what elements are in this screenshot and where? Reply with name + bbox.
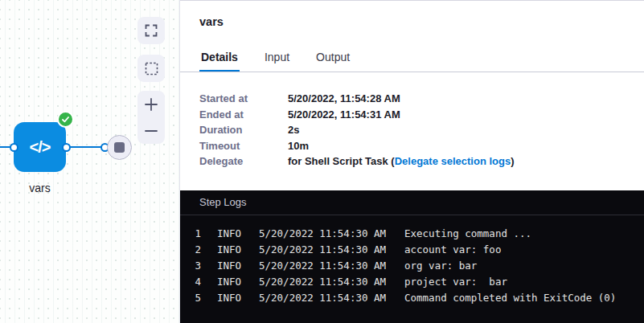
stop-icon (114, 142, 125, 153)
log-level: INFO (217, 258, 259, 274)
log-message: Executing command ... (404, 226, 644, 242)
log-line: 4 INFO 5/20/2022 11:54:30 AM project var… (191, 274, 644, 290)
log-timestamp: 5/20/2022 11:54:30 AM (259, 226, 404, 242)
log-level: INFO (217, 274, 259, 290)
code-icon: </> (30, 138, 51, 157)
log-line: 1 INFO 5/20/2022 11:54:30 AM Executing c… (191, 226, 644, 242)
log-line: 5 INFO 5/20/2022 11:54:30 AM Command com… (191, 290, 644, 306)
execution-screen: </> vars (0, 0, 644, 323)
pipeline-end-node[interactable] (107, 135, 132, 160)
delegate-value-suffix: ) (511, 155, 514, 167)
step-node-vars[interactable]: </> (14, 122, 66, 172)
log-line: 2 INFO 5/20/2022 11:54:30 AM account var… (191, 242, 644, 258)
marquee-select-icon (145, 62, 158, 76)
detail-value: 5/20/2022, 11:54:31 AM (288, 107, 400, 123)
page-title: vars (199, 15, 224, 28)
log-line-number: 4 (191, 274, 201, 290)
log-level: INFO (217, 226, 259, 242)
fullscreen-icon (145, 24, 158, 37)
delegate-value-prefix: for Shell Script Task ( (288, 155, 395, 167)
log-timestamp: 5/20/2022 11:54:30 AM (259, 242, 404, 258)
node-port-right (62, 143, 71, 152)
detail-value: 2s (288, 122, 299, 138)
step-logs-header: Step Logs (180, 190, 644, 215)
log-timestamp: 5/20/2022 11:54:30 AM (259, 274, 404, 290)
log-timestamp: 5/20/2022 11:54:30 AM (259, 258, 404, 274)
zoom-out-icon (144, 124, 158, 138)
zoom-controls (137, 91, 165, 144)
log-message: org var: bar (404, 258, 644, 274)
detail-row-duration: Duration 2s (199, 122, 515, 138)
pipeline-canvas[interactable]: </> vars (0, 0, 180, 323)
marquee-select-button[interactable] (137, 55, 165, 82)
tab-output[interactable]: Output (314, 51, 351, 72)
log-line-number: 3 (191, 258, 201, 274)
log-line: 3 INFO 5/20/2022 11:54:30 AM org var: ba… (191, 258, 644, 274)
detail-label: Duration (199, 122, 288, 138)
detail-value: for Shell Script Task (Delegate selectio… (288, 153, 515, 170)
details-table: Started at 5/20/2022, 11:54:28 AM Ended … (199, 91, 515, 170)
log-line-number: 2 (191, 242, 201, 258)
step-logs-console: Step Logs 1 INFO 5/20/2022 11:54:30 AM E… (180, 190, 644, 323)
delegate-selection-logs-link[interactable]: Delegate selection logs (395, 155, 511, 167)
detail-label: Timeout (199, 138, 288, 154)
detail-row-ended-at: Ended at 5/20/2022, 11:54:31 AM (199, 107, 515, 123)
detail-label: Started at (199, 91, 288, 107)
log-level: INFO (217, 290, 259, 306)
log-line-number: 5 (191, 290, 201, 306)
log-timestamp: 5/20/2022 11:54:30 AM (259, 290, 404, 306)
node-port-left (10, 143, 18, 152)
tab-details[interactable]: Details (199, 51, 240, 72)
detail-label: Delegate (199, 153, 288, 170)
log-message: Command completed with ExitCode (0) (404, 290, 644, 306)
step-detail-panel: vars Details Input Output Started at 5/2… (180, 0, 644, 323)
detail-value: 10m (288, 138, 309, 154)
node-label: vars (14, 182, 66, 194)
detail-tabs: Details Input Output (199, 51, 351, 72)
edge-outgoing (66, 146, 105, 148)
log-level: INFO (217, 242, 259, 258)
detail-row-timeout: Timeout 10m (199, 138, 515, 154)
zoom-in-icon (144, 97, 158, 112)
success-check-icon (57, 111, 74, 128)
log-message: project var: bar (404, 274, 644, 290)
fullscreen-button[interactable] (137, 17, 165, 44)
detail-label: Ended at (199, 107, 288, 123)
detail-value: 5/20/2022, 11:54:28 AM (288, 91, 400, 107)
zoom-out-button[interactable] (137, 117, 165, 144)
tab-input[interactable]: Input (263, 51, 291, 72)
zoom-in-button[interactable] (137, 91, 165, 117)
detail-row-delegate: Delegate for Shell Script Task (Delegate… (199, 153, 515, 170)
log-line-number: 1 (191, 226, 201, 242)
log-message: account var: foo (404, 242, 644, 258)
detail-row-started-at: Started at 5/20/2022, 11:54:28 AM (199, 91, 515, 107)
tabs-divider (180, 72, 644, 72)
log-lines: 1 INFO 5/20/2022 11:54:30 AM Executing c… (180, 215, 644, 306)
